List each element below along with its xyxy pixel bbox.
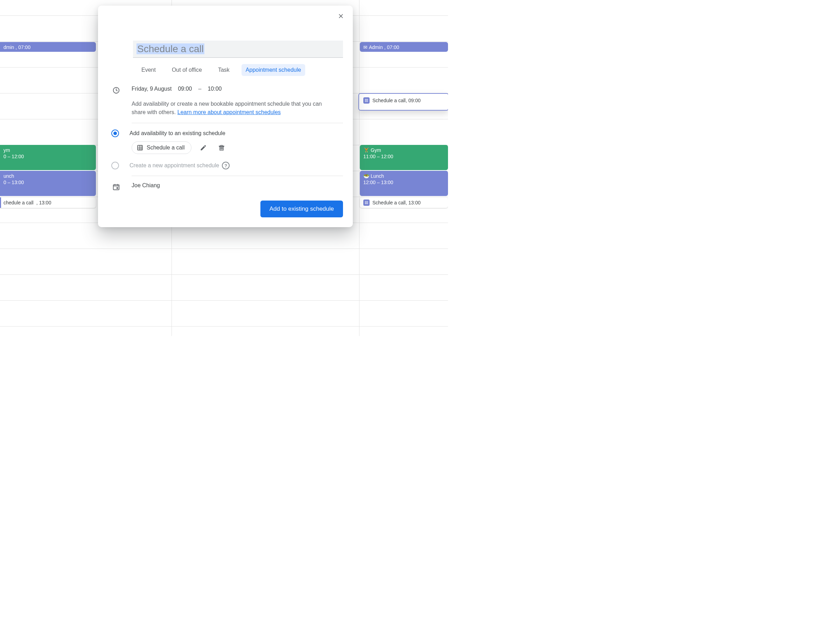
radio-new[interactable] — [111, 162, 119, 169]
calendar-row: Joe Chiang — [98, 182, 353, 191]
title-input[interactable]: Schedule a call — [133, 41, 343, 58]
tab-appointment-schedule[interactable]: Appointment schedule — [242, 64, 305, 76]
radio-existing[interactable] — [111, 129, 119, 137]
close-button[interactable] — [334, 9, 348, 23]
time-row: Friday, 9 August 09:00 – 10:00 Add avail… — [98, 86, 353, 117]
start-time[interactable]: 09:00 — [178, 86, 192, 92]
title-text: Schedule a call — [136, 43, 204, 54]
tab-task[interactable]: Task — [214, 64, 234, 76]
close-icon — [337, 13, 344, 20]
option-existing-row[interactable]: Add availability to an existing schedule — [98, 129, 353, 137]
trash-icon — [218, 144, 225, 151]
submit-button[interactable]: Add to existing schedule — [261, 201, 343, 217]
event-type-tabs: Event Out of office Task Appointment sch… — [137, 64, 353, 76]
existing-schedule-label: Schedule a call — [147, 145, 185, 151]
svg-rect-2 — [114, 185, 119, 190]
learn-more-link[interactable]: Learn more about appointment schedules — [177, 109, 281, 115]
option-new-row[interactable]: Create a new appointment schedule ? — [98, 162, 353, 169]
description-text: Add availability or create a new bookabl… — [132, 100, 335, 117]
calendar-icon — [112, 183, 120, 191]
dialog-scrim: Schedule a call Event Out of office Task… — [0, 0, 448, 336]
help-icon[interactable]: ? — [222, 162, 230, 169]
grid-icon — [137, 145, 143, 151]
svg-rect-3 — [117, 187, 118, 189]
option-new-label: Create a new appointment schedule — [129, 163, 219, 169]
option-existing-label: Add availability to an existing schedule — [129, 130, 226, 136]
divider — [132, 176, 343, 176]
delete-button[interactable] — [215, 141, 228, 154]
date-text[interactable]: Friday, 9 August — [132, 86, 172, 92]
clock-icon — [112, 87, 120, 94]
tab-out-of-office[interactable]: Out of office — [167, 64, 206, 76]
calendar-owner[interactable]: Joe Chiang — [132, 182, 160, 188]
time-separator: – — [198, 86, 201, 92]
pencil-icon — [200, 144, 207, 151]
event-dialog: Schedule a call Event Out of office Task… — [98, 6, 353, 227]
edit-button[interactable] — [197, 141, 210, 154]
end-time[interactable]: 10:00 — [208, 86, 221, 92]
svg-rect-1 — [137, 145, 142, 150]
existing-schedule-chip[interactable]: Schedule a call — [132, 141, 191, 154]
tab-event[interactable]: Event — [137, 64, 160, 76]
